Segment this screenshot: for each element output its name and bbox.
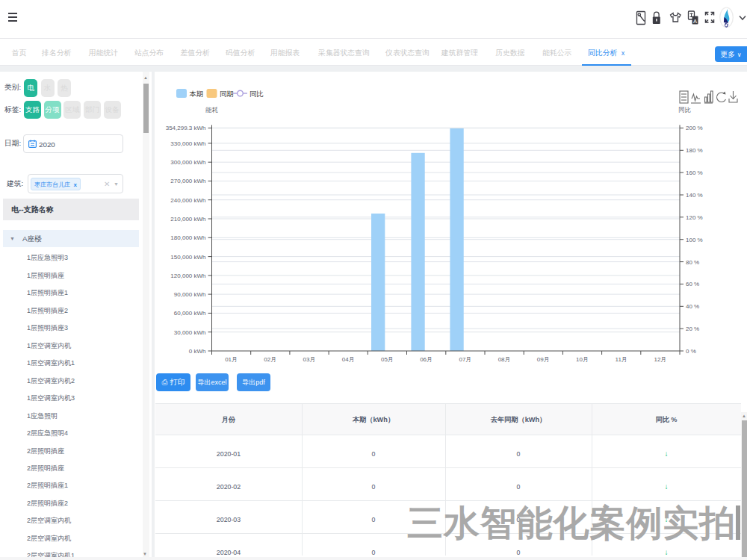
svg-text:120 %: 120 %: [686, 214, 703, 221]
svg-text:0 kWh: 0 kWh: [189, 348, 206, 355]
svg-text:60 %: 60 %: [686, 281, 699, 287]
svg-text:同期: 同期: [220, 90, 233, 98]
svg-text:04月: 04月: [342, 356, 355, 363]
svg-text:80 %: 80 %: [686, 259, 699, 266]
svg-text:60,000 kWh: 60,000 kWh: [174, 310, 206, 317]
svg-text:100 %: 100 %: [686, 237, 703, 243]
svg-text:03月: 03月: [303, 356, 316, 363]
svg-text:07月: 07月: [459, 356, 471, 363]
svg-text:200 %: 200 %: [686, 125, 703, 131]
svg-text:09月: 09月: [537, 356, 550, 363]
svg-text:210,000 kWh: 210,000 kWh: [170, 216, 205, 223]
svg-text:240,000 kWh: 240,000 kWh: [170, 197, 205, 204]
svg-text:20 %: 20 %: [686, 326, 699, 332]
svg-text:08月: 08月: [498, 356, 511, 363]
svg-text:180,000 kWh: 180,000 kWh: [170, 234, 205, 241]
svg-text:本期: 本期: [190, 90, 203, 98]
svg-text:160 %: 160 %: [686, 169, 703, 176]
svg-text:270,000 kWh: 270,000 kWh: [170, 178, 205, 184]
svg-text:140 %: 140 %: [686, 192, 703, 199]
svg-text:同比: 同比: [678, 106, 691, 113]
svg-text:02月: 02月: [264, 356, 276, 363]
svg-text:A: A: [693, 18, 697, 25]
svg-text:330,000 kWh: 330,000 kWh: [170, 140, 205, 147]
svg-text:同比: 同比: [249, 90, 264, 98]
svg-text:11月: 11月: [616, 356, 627, 363]
svg-text:0 %: 0 %: [686, 348, 696, 355]
svg-text:120,000 kWh: 120,000 kWh: [170, 273, 205, 279]
svg-text:01月: 01月: [225, 356, 238, 363]
svg-text:300,000 kWh: 300,000 kWh: [170, 159, 205, 166]
svg-text:40 %: 40 %: [686, 303, 699, 310]
svg-text:05月: 05月: [381, 356, 394, 363]
svg-text:30,000 kWh: 30,000 kWh: [174, 329, 206, 336]
svg-text:06月: 06月: [420, 356, 433, 363]
svg-text:能耗: 能耗: [205, 106, 218, 113]
svg-text:150,000 kWh: 150,000 kWh: [170, 254, 205, 261]
svg-text:10月: 10月: [576, 356, 589, 363]
svg-text:12月: 12月: [654, 356, 666, 363]
svg-text:354,299.3 kWh: 354,299.3 kWh: [166, 125, 206, 131]
svg-text:90,000 kWh: 90,000 kWh: [174, 291, 206, 298]
svg-text:180 %: 180 %: [686, 147, 703, 154]
